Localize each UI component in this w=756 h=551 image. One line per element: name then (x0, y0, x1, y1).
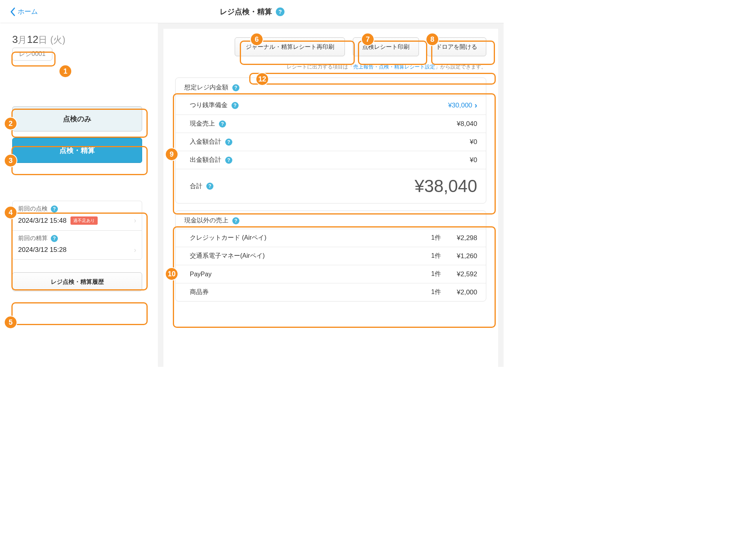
open-drawer-label: ドロアを開ける (436, 43, 477, 51)
callout-8: 8 (426, 33, 439, 46)
chevron-left-icon (10, 7, 15, 17)
prev-close-head: 前回の精算 ? (18, 235, 136, 242)
register-label: レジ0001 (19, 50, 46, 58)
date-month-suffix: 月 (18, 35, 27, 45)
noncash-label: PayPay (190, 271, 211, 278)
date-weekday: (火) (50, 35, 65, 45)
callout-7: 7 (361, 33, 374, 46)
noncash-title: 現金以外の売上 (184, 216, 228, 225)
chevron-right-icon: › (134, 216, 136, 225)
check-only-label: 点検のみ (63, 114, 91, 124)
float-label: つり銭準備金 (190, 101, 228, 109)
withdraw-row: 出金額合計 ? ¥0 (176, 151, 486, 169)
noncash-count: 1件 (431, 288, 457, 296)
cash-value: ¥8,040 (457, 120, 477, 128)
main: ジャーナル・精算レシート再印刷 点検レシート印刷 ドロアを開ける レシートに出力… (158, 23, 504, 367)
total-label: 合計 (190, 182, 202, 190)
date-display: 3月12日 (火) (12, 33, 146, 46)
main-inner: ジャーナル・精算レシート再印刷 点検レシート印刷 ドロアを開ける レシートに出力… (163, 29, 498, 367)
date-day: 12 (27, 33, 38, 45)
settings-note: レシートに出力する項目は「 売上報告・点検・精算レシート設定 」から設定できます… (175, 63, 486, 70)
deposit-label: 入金額合計 (190, 138, 221, 146)
help-icon[interactable]: ? (51, 235, 58, 242)
chevron-right-icon: › (474, 101, 477, 110)
cash-label: 現金売上 (190, 120, 215, 128)
prev-check-time: 2024/3/12 15:48 (18, 217, 67, 225)
prev-close-row[interactable]: 前回の精算 ? 2024/3/12 15:28 › (13, 230, 142, 259)
callout-5: 5 (4, 316, 17, 329)
history-button[interactable]: レジ点検・精算履歴 (12, 272, 142, 291)
help-icon[interactable]: ? (51, 205, 58, 213)
float-value: ¥30,000 (448, 102, 472, 109)
callout-4: 4 (4, 206, 17, 219)
date-day-suffix: 日 (38, 35, 47, 45)
noncash-row: クレジットカード (Airペイ) 1件 ¥2,298 (176, 229, 486, 247)
float-row[interactable]: つり銭準備金 ? ¥30,000 › (176, 96, 486, 115)
page-title: レジ点検・精算 (220, 7, 272, 17)
note-post: 」から設定できます。 (435, 63, 486, 70)
help-icon[interactable]: ? (206, 183, 213, 190)
register-select[interactable]: レジ0001 (12, 48, 52, 61)
topbar: ホーム レジ点検・精算 ? (0, 0, 504, 23)
back-home-button[interactable]: ホーム (0, 7, 38, 17)
noncash-card-head: 現金以外の売上 ? (176, 211, 486, 229)
prev-close-label: 前回の精算 (18, 235, 48, 242)
discrepancy-badge: 過不足あり (70, 216, 98, 225)
noncash-count: 1件 (431, 270, 457, 278)
top-actions: ジャーナル・精算レシート再印刷 点検レシート印刷 ドロアを開ける (175, 37, 486, 56)
cash-sales-row: 現金売上 ? ¥8,040 (176, 115, 486, 133)
callout-2: 2 (4, 117, 17, 130)
noncash-card: 現金以外の売上 ? クレジットカード (Airペイ) 1件 ¥2,298 交通系… (175, 211, 486, 301)
body-wrap: 3月12日 (火) レジ0001 点検のみ 点検・精算 前回の点検 ? (0, 23, 504, 367)
help-icon[interactable]: ? (225, 139, 232, 146)
check-close-button[interactable]: 点検・精算 (12, 138, 142, 163)
noncash-label: 商品券 (190, 288, 209, 296)
prev-check-row[interactable]: 前回の点検 ? 2024/3/12 15:48 過不足あり › (13, 201, 142, 230)
noncash-label: クレジットカード (Airペイ) (190, 234, 267, 242)
expected-cash-card: 想定レジ内金額 ? つり銭準備金 ? ¥30,000 › (175, 78, 486, 203)
noncash-count: 1件 (431, 234, 457, 242)
total-row: 合計 ? ¥38,040 (176, 169, 486, 203)
expected-card-head: 想定レジ内金額 ? (176, 78, 486, 96)
noncash-row: 交通系電子マネー(Airペイ) 1件 ¥1,260 (176, 247, 486, 265)
help-icon[interactable]: ? (225, 157, 232, 164)
withdraw-label: 出金額合計 (190, 156, 221, 164)
title-wrap: レジ点検・精算 ? (220, 7, 285, 17)
help-icon[interactable]: ? (219, 120, 226, 128)
help-icon[interactable]: ? (232, 102, 239, 109)
expected-title: 想定レジ内金額 (184, 83, 228, 92)
deposit-value: ¥0 (470, 138, 477, 146)
noncash-count: 1件 (431, 252, 457, 260)
chevron-right-icon: › (134, 246, 136, 254)
noncash-value: ¥2,298 (457, 234, 477, 242)
date-month: 3 (12, 33, 18, 45)
help-icon[interactable]: ? (232, 217, 239, 224)
noncash-value: ¥2,592 (457, 270, 477, 278)
callout-6: 6 (250, 33, 263, 46)
check-only-button[interactable]: 点検のみ (12, 106, 142, 131)
back-home-label: ホーム (18, 7, 38, 16)
receipt-settings-link[interactable]: 売上報告・点検・精算レシート設定 (353, 63, 435, 70)
noncash-value: ¥1,260 (457, 252, 477, 260)
help-icon[interactable]: ? (276, 7, 285, 16)
app-root: 1 2 3 4 5 6 7 8 12 9 10 ホーム レジ点検・精算 ? 3月… (0, 0, 504, 367)
history-panel: 前回の点検 ? 2024/3/12 15:48 過不足あり › 前回の精算 ? (12, 201, 142, 260)
deposit-row: 入金額合計 ? ¥0 (176, 133, 486, 151)
float-value-link[interactable]: ¥30,000 › (448, 101, 477, 110)
noncash-row: 商品券 1件 ¥2,000 (176, 283, 486, 301)
withdraw-value: ¥0 (470, 156, 477, 164)
callout-10: 10 (165, 267, 178, 281)
note-pre: レシートに出力する項目は「 (287, 63, 353, 70)
help-icon[interactable]: ? (232, 84, 239, 91)
callout-3: 3 (4, 154, 17, 167)
noncash-row: PayPay 1件 ¥2,592 (176, 265, 486, 283)
total-value: ¥38,040 (415, 176, 477, 196)
callout-1: 1 (59, 65, 72, 78)
check-close-label: 点検・精算 (59, 146, 95, 155)
prev-check-head: 前回の点検 ? (18, 205, 136, 213)
noncash-label: 交通系電子マネー(Airペイ) (190, 252, 265, 260)
prev-close-time: 2024/3/12 15:28 (18, 246, 67, 254)
callout-9: 9 (165, 148, 178, 161)
sidebar: 3月12日 (火) レジ0001 点検のみ 点検・精算 前回の点検 ? (0, 23, 158, 367)
callout-12: 12 (256, 72, 269, 86)
